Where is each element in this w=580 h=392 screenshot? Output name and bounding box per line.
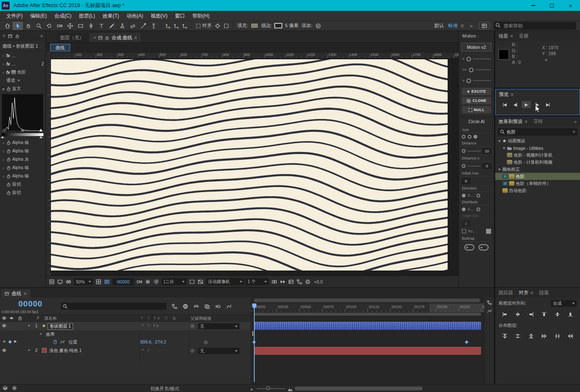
panel-menu-icon[interactable]: ≡	[531, 290, 534, 295]
pan-behind-tool[interactable]	[65, 22, 75, 30]
hand-tool[interactable]	[23, 22, 33, 30]
dist-top-icon[interactable]	[499, 332, 510, 340]
graph-editor-icon[interactable]	[225, 303, 233, 310]
workspace-standard[interactable]: 标准	[448, 23, 458, 29]
tree-item-7[interactable]: 自动色阶	[495, 187, 580, 194]
frame-blend-icon[interactable]	[203, 303, 211, 310]
axis-local-icon[interactable]	[164, 22, 172, 29]
twirl-icon[interactable]: ›	[2, 53, 5, 58]
time-ruler[interactable]: 0000000025000500007500100001250015000175…	[251, 303, 484, 313]
anchor-circle-icon[interactable]	[466, 78, 471, 83]
menu-item-4[interactable]: 效果(T)	[99, 11, 123, 21]
fx-badge-icon[interactable]: fx	[6, 62, 10, 66]
glasses-icon[interactable]	[64, 278, 73, 285]
play-button[interactable]: ▶	[522, 101, 531, 108]
puppet-pin-tool[interactable]	[148, 22, 159, 30]
dist-vcenter-icon[interactable]	[512, 332, 523, 340]
brush-tool[interactable]	[106, 22, 117, 30]
layer-twirl-icon[interactable]: ▸	[28, 348, 30, 352]
stopwatch-icon[interactable]	[6, 174, 11, 179]
follow-swatch[interactable]	[486, 229, 491, 234]
solid-layer-duration-bar[interactable]	[254, 347, 481, 355]
stopwatch-icon[interactable]	[6, 141, 11, 145]
horizontal-scrollbar[interactable]	[295, 387, 423, 390]
twirl-icon[interactable]: ›	[2, 157, 5, 162]
fill-label[interactable]: 填充:	[237, 23, 248, 29]
tab-preview[interactable]: 预览≡	[499, 91, 514, 98]
distance-value[interactable]: 10	[483, 148, 491, 154]
align-bottom-icon[interactable]	[565, 310, 576, 319]
rotate-tool[interactable]	[44, 22, 54, 30]
menu-item-0[interactable]: 文件(F)	[3, 11, 26, 21]
effect-property-row[interactable]: ›Alpha 输	[0, 172, 46, 180]
layer-row-solid[interactable]: ▸ 2 浅色 撅色 纯色 1 * / ◎ 无	[0, 346, 251, 355]
align-right-icon[interactable]	[526, 310, 537, 319]
stopwatch-icon[interactable]	[53, 339, 58, 344]
group-twirl-icon[interactable]: ▸	[40, 331, 42, 336]
tab-tracker[interactable]: 跟踪器	[499, 290, 513, 296]
channel-row[interactable]: 通道:	[0, 76, 46, 85]
align-vcenter-icon[interactable]	[552, 310, 563, 319]
slider-knob[interactable]	[462, 164, 466, 168]
zoom-tool[interactable]	[33, 22, 44, 30]
zoom-in-mountain-icon[interactable]	[287, 386, 293, 392]
effect-property-row[interactable]: ›Alpha 输	[0, 139, 46, 147]
clear-search-icon[interactable]: ×	[572, 129, 575, 135]
parent-dropdown[interactable]: 无	[198, 348, 240, 354]
twirl-icon[interactable]: ›	[2, 141, 5, 145]
twirl-icon[interactable]: ›	[2, 149, 5, 154]
layer-name[interactable]: 浅色 撅色 纯色 1	[49, 348, 82, 354]
align-top-icon[interactable]	[539, 310, 550, 319]
pixel-aspect-icon[interactable]	[270, 278, 279, 285]
position-label[interactable]: 位置	[68, 339, 77, 345]
help-search-input[interactable]	[494, 22, 576, 30]
maximize-button[interactable]	[542, 0, 561, 11]
solid-color-swatch[interactable]	[42, 348, 47, 353]
tree-item-1[interactable]: ▾Image - Utilities	[495, 144, 580, 152]
motion-version-tab[interactable]: Motion v2	[461, 43, 491, 51]
next-keyframe-icon[interactable]: ▶	[14, 339, 17, 343]
snap-checkbox[interactable]	[196, 24, 200, 28]
histogram-row[interactable]: ▾ 直方	[0, 85, 46, 93]
channels-icon[interactable]	[152, 278, 160, 285]
view-tab-curve[interactable]: 曲线	[50, 44, 70, 51]
anchor-control-row[interactable]: >	[459, 75, 494, 86]
align-hcenter-icon[interactable]	[512, 310, 523, 319]
current-frame-display[interactable]: 00000	[18, 299, 43, 309]
effects-group-row[interactable]: ▸ 效果	[0, 330, 251, 339]
keyframe-diamond[interactable]	[465, 340, 469, 344]
axis-view-icon[interactable]	[181, 22, 189, 29]
camera-icon[interactable]	[135, 278, 144, 285]
eraser-tool[interactable]	[127, 22, 138, 30]
grid-icon[interactable]	[94, 278, 103, 285]
layer-switches[interactable]: * \ fx	[142, 323, 160, 328]
chevron-down-icon[interactable]	[18, 80, 20, 81]
vertical-ruler[interactable]	[46, 53, 51, 276]
output-white-slider[interactable]	[39, 136, 43, 138]
tab-layer[interactable]: 图层（无）	[56, 33, 89, 42]
twirl-icon[interactable]: ›	[2, 166, 5, 170]
time-navigator-bar[interactable]	[254, 298, 480, 302]
exposure-value[interactable]: +0.0	[314, 279, 323, 284]
expand-icon[interactable]	[48, 278, 56, 285]
position-value[interactable]: 899.6, -274.2	[140, 339, 166, 344]
follow-checkbox[interactable]	[462, 229, 466, 233]
snapshot-icon[interactable]	[144, 278, 152, 285]
effect-property-row[interactable]: ›Alpha 输	[0, 164, 46, 172]
snap-target-icon[interactable]	[213, 22, 222, 29]
composition-canvas[interactable]	[51, 59, 448, 271]
twirl-icon[interactable]: ›	[2, 70, 5, 75]
motion-panel-tab[interactable]: Motion :	[459, 31, 494, 41]
axis-option-icon[interactable]	[474, 135, 477, 139]
twirl-icon[interactable]: ▾	[498, 139, 501, 143]
tab-info[interactable]: 信息≡	[499, 33, 513, 39]
shy-icon[interactable]	[192, 303, 200, 310]
tree-item-2[interactable]: 色阶 - 视频到计算机	[495, 152, 580, 159]
playhead-line[interactable]	[254, 303, 255, 382]
layer-switches[interactable]: * /	[142, 348, 151, 352]
menu-item-3[interactable]: 图层(L)	[75, 11, 99, 21]
initial-axis-value[interactable]: 0	[462, 178, 470, 184]
property-pickwhip-icon[interactable]: ◎	[204, 339, 208, 345]
stroke-label[interactable]: 描边:	[261, 23, 272, 29]
layer-name[interactable]: 形状图层 1	[48, 323, 73, 330]
